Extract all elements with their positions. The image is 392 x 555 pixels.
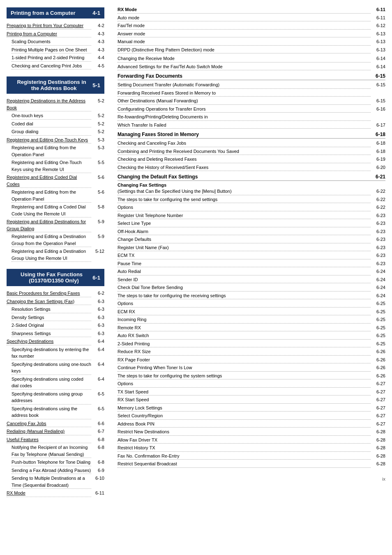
toc-entry[interactable]: Registering and Editing One-Touch Keys 5… [7, 136, 104, 144]
toc-entry: Restrict New Destinations 6-28 [118, 428, 385, 436]
toc-entry: Registering and Editing a Destination Gr… [7, 247, 104, 262]
toc-entry: Coded dial 5-2 [7, 120, 104, 128]
toc-entry[interactable]: Redialing (Manual Redialing) 6-7 [7, 428, 104, 436]
left-column: Printing from a Computer 4-1 Preparing t… [0, 0, 111, 555]
toc-entry: 1-sided Printing and 2-sided Printing 4-… [7, 54, 104, 62]
toc-entry[interactable]: Specifying Destinations 6-4 [7, 338, 104, 346]
toc-entry: Which Transfer Is Failed 6-17 [118, 121, 385, 130]
toc-entry: Auto RX Switch 6-25 [118, 332, 385, 340]
toc-entry[interactable]: Changing the Scan Settings (Fax) 6-3 [7, 298, 104, 306]
toc-entry: (Settings that Can Be Specified Using th… [118, 187, 385, 196]
toc-entry: Select Line Type 6-23 [118, 220, 385, 228]
toc-entry: Push-button Telephone for Tone Dialing 6… [7, 458, 104, 467]
toc-link[interactable]: Changing the Scan Settings (Fax) [7, 299, 74, 304]
toc-entry: Fax/Tel mode 6-12 [118, 22, 385, 30]
toc-entry: Specifying destinations using one-touch … [7, 361, 104, 375]
section-label-forwarding: Forwarding Fax Documents [118, 73, 182, 79]
section-num-default: 6-21 [376, 174, 385, 180]
toc-entry[interactable]: Registering Destinations in the Address … [7, 97, 104, 112]
toc-entry: Combining and Printing the Received Docu… [118, 148, 385, 156]
toc-entry: Register Unit Name (Fax) 6-23 [118, 244, 385, 252]
toc-entry: Off-Hook Alarm 6-23 [118, 228, 385, 236]
toc-entry: Changing the Receive Mode 6-14 [118, 55, 385, 63]
toc-entry: Remote RX 6-25 [118, 324, 385, 332]
section-num-managing: 6-18 [376, 132, 385, 137]
toc-link[interactable]: Specifying Destinations [7, 339, 53, 344]
toc-entry: ECM RX 6-25 [118, 308, 385, 316]
section-pagenum-address-book: 5-1 [92, 82, 100, 88]
toc-entry: DRPD (Distinctive Ring Pattern Detection… [118, 46, 385, 54]
page-number-bottom: ix [118, 476, 385, 481]
section-header-managing: Managing Faxes Stored in Memory 6-18 [118, 132, 385, 139]
toc-entry: RX Page Footer 6-26 [118, 356, 385, 364]
section-label-managing: Managing Faxes Stored in Memory [118, 132, 199, 137]
toc-entry: Pause Time 6-23 [118, 260, 385, 268]
toc-entry[interactable]: Registering and Editing Destinations for… [7, 218, 104, 233]
toc-link[interactable]: Registering and Editing Destinations for… [7, 219, 86, 231]
toc-entry-rx-mode-right: RX Mode 6-11 [118, 6, 385, 14]
toc-entry: Forwarding Received Faxes Stored in Memo… [118, 89, 385, 97]
toc-entry-coded-dial[interactable]: Registering and Editing Coded Dial Codes… [7, 173, 104, 188]
toc-link-coded-dial[interactable]: Registering and Editing Coded Dial Codes [7, 175, 77, 187]
toc-entry: Registering and Editing from the Operati… [7, 188, 104, 203]
toc-entry: Address Book PIN 6-27 [118, 420, 385, 428]
toc-entry[interactable]: Basic Procedures for Sending Faxes 6-2 [7, 289, 104, 298]
toc-entry: Specifying destinations using group addr… [7, 390, 104, 405]
toc-entry: Reduce RX Size 6-26 [118, 348, 385, 356]
section-header-printing: Printing from a Computer 4-1 [7, 7, 104, 18]
section-num-forwarding: 6-15 [376, 73, 385, 79]
toc-entry: Checking and Canceling Fax Jobs 6-18 [118, 139, 385, 148]
section-label-default: Changing the Default Fax Settings [118, 174, 198, 180]
toc-entry: Continue Printing When Toner Is Low 6-26 [118, 364, 385, 372]
toc-entry: 2-Sided Printing 6-25 [118, 340, 385, 348]
toc-link[interactable]: Redialing (Manual Redialing) [7, 429, 65, 434]
section-title-address-book: Registering Destinations in the Address … [11, 79, 92, 91]
toc-entry: Checking the History of Received/Sent Fa… [118, 164, 385, 172]
toc-entry: Resolution Settings 6-3 [7, 305, 104, 314]
toc-link[interactable]: Preparing to Print from Your Computer [7, 23, 83, 28]
toc-entry: Advanced Settings for the Fax/Tel Auto S… [118, 63, 385, 71]
toc-entry-rx-mode[interactable]: RX Mode 6-11 [7, 489, 104, 497]
toc-entry: Memory Lock Settings 6-27 [118, 404, 385, 412]
changing-fax-settings-label: Changing Fax Settings [118, 183, 385, 187]
toc-entry: 2-Sided Original 6-3 [7, 321, 104, 330]
toc-entry: Setting Document Transfer (Automatic For… [118, 81, 385, 89]
toc-entry[interactable]: Canceling Fax Jobs 6-6 [7, 420, 104, 428]
right-column: RX Mode 6-11 Auto mode 6-11 Fax/Tel mode… [111, 0, 392, 555]
toc-entry: Configurating Operations for Transfer Er… [118, 105, 385, 113]
toc-entry: Checking and Deleting Received Faxes 6-1… [118, 155, 385, 164]
footer-page-label: ix [382, 476, 385, 481]
toc-entry: TX Start Speed 6-27 [118, 388, 385, 396]
toc-entry: Fax No. Confirmation Re-Entry 6-28 [118, 452, 385, 460]
toc-entry[interactable]: Printing from a Computer 4-3 [7, 30, 104, 38]
toc-link[interactable]: Basic Procedures for Sending Faxes [7, 291, 80, 296]
toc-link-rx-mode[interactable]: RX Mode [7, 490, 25, 495]
section-title-printing: Printing from a Computer [11, 10, 75, 16]
toc-entry: Checking and Canceling Print Jobs 4-5 [7, 62, 104, 70]
toc-entry-system-settings: The steps to take for configuring the sy… [118, 372, 385, 380]
toc-entry: Group dialing 5-2 [7, 128, 104, 136]
toc-entry: Registering and Editing One-Touch Keys u… [7, 159, 104, 173]
toc-entry: Register Unit Telephone Number 6-23 [118, 212, 385, 220]
toc-entry: Specifying destinations using the addres… [7, 405, 104, 420]
toc-entry: Options 6-22 [118, 204, 385, 212]
toc-entry-receiving-settings: The steps to take for configuring the re… [118, 292, 385, 300]
toc-entry: Registering and Editing a Coded Dial Cod… [7, 203, 104, 218]
section-header-default: Changing the Default Fax Settings 6-21 [118, 174, 385, 181]
toc-entry: Restrict History TX 6-28 [118, 444, 385, 452]
toc-entry: Sharpness Settings 6-3 [7, 330, 104, 338]
toc-entry: RX Start Speed 6-27 [118, 396, 385, 404]
toc-entry: Auto mode 6-11 [118, 14, 385, 22]
toc-link[interactable]: Registering Destinations in the Address … [7, 98, 85, 110]
toc-link[interactable]: Printing from a Computer [7, 31, 57, 36]
toc-link[interactable]: Useful Features [7, 437, 39, 442]
section-pagenum-fax: 6-1 [92, 275, 100, 281]
toc-link[interactable]: Registering and Editing One-Touch Keys [7, 137, 88, 142]
toc-entry[interactable]: Preparing to Print from Your Computer 4-… [7, 22, 104, 30]
toc-entry: Registering and Editing a Destination Gr… [7, 233, 104, 247]
toc-entry: Auto Redial 6-24 [118, 268, 385, 276]
toc-entry[interactable]: Useful Features 6-8 [7, 436, 104, 444]
toc-link[interactable]: Canceling Fax Jobs [7, 421, 46, 426]
section-pagenum-printing: 4-1 [92, 10, 100, 16]
toc-entry: ECM TX 6-23 [118, 252, 385, 260]
